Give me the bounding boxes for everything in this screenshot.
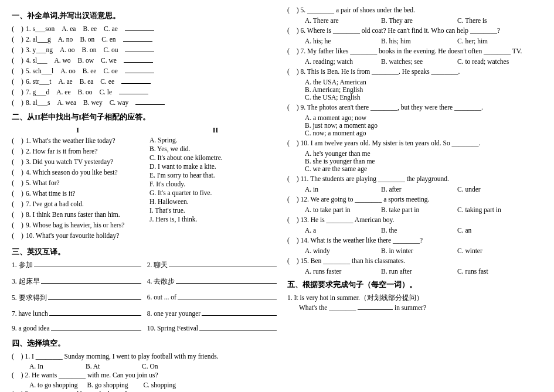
list-item: ( )5. What for? [12,179,144,188]
list-item: 4. 去散步 [147,277,277,286]
list-item: 6. out ... of [147,294,277,302]
list-item: ( ) 13. He is ________ American boy. [287,216,542,224]
list-item: ( ) 7. g___d A. ee B. oo C. le [12,88,281,97]
list-item: ( ) 2. He wants ________ with me. Can yo… [12,371,281,380]
list-item: I. That's true. [149,207,281,214]
list-item: ( ) 11. The students are playing _______… [287,175,542,183]
list-item: ( )3. Did you watch TV yesterday? [12,158,144,166]
options-row: A. windy B. in winter C. winter [305,247,542,254]
list-item: 8. one year younger [147,310,277,317]
options-row: A. to take part in B. take part in C. ta… [305,206,542,213]
list-item: 7. have lunch [12,310,141,317]
list-item: B. Yes, we did. [149,145,281,152]
list-item: ( ) 8. This is Ben. He is from ________.… [287,67,542,76]
list-item: ( )1. What's the weather like today? [12,137,144,145]
list-item: ( ) 5. ________ a pair of shoes under th… [287,6,542,15]
options-row: A. to go shopping B. go shopping C. shop… [29,381,281,388]
list-item: ( ) 15. Ben ________ than his classmates… [287,257,542,265]
list-item: ( ) 1. I ________ Sunday morning, I went… [12,352,281,361]
col-II-header: II [149,126,281,135]
list-item: ( ) 8. al___s A. wea B. wey C. way [12,98,281,107]
col-I-header: I [12,126,144,135]
options-row: A. runs faster B. run after C. runs fast [305,268,542,275]
section-three-title: 三、英汉互译。 [12,247,281,257]
list-item: 3. 起床早 [12,277,141,286]
list-item: ( )2. How far is it from here? [12,147,144,156]
list-item: ( )9. Whose bag is heavier, his or hers? [12,221,144,230]
list-item: ( ) 14. What is the weather like there _… [287,236,542,245]
options-row: A. In B. At C. On [29,363,281,370]
options-row: A. in B. after C. under [305,186,542,193]
list-item: ( )7. I've got a bad cold. [12,200,144,209]
list-item: 2. 聊天 [147,261,277,270]
list-item: ( )6. What time is it? [12,189,144,198]
options-row: A. a B. the C. an [305,227,542,234]
list-item: 1. 参加 [12,261,141,270]
list-item: ( ) 3. ________ go and have a look now? [12,390,281,392]
list-item: ( ) 7. My father likes ________ books in… [287,47,542,56]
section-four-title: 四、选择填空。 [12,338,281,349]
list-item: ( ) 4. sl___ A. wo B. ow C. we [12,56,281,65]
list-item: ( ) 12. We are going to ________ a sport… [287,195,542,204]
options-row: A. reading; watch B. watches; see C. to … [305,58,542,65]
options-group: A. a moment ago; now B. just now; a mome… [305,114,542,137]
section-two-title: 二、从II栏中找出与I栏句子相配的应答。 [12,112,281,122]
list-item: ( ) 9. The photos aren't there ________,… [287,103,542,112]
list-item: ( ) 5. sch___l A. oo B. ee C. oe [12,67,281,76]
list-item: G. It's a quarter to five. [149,189,281,196]
options-row: A. There are B. They are C. There is [305,17,542,24]
options-group: A. the USA; American B. American; Englis… [305,79,542,101]
list-item: 1. It is very hot in summer.（对划线部分提问） [287,294,542,302]
options-group: A. he's younger than me B. she is younge… [305,150,542,172]
list-item: E. I'm sorry to hear that. [149,172,281,179]
list-item: ( ) 10. I am twelve years old. My sister… [287,139,542,148]
list-item: H. Halloween. [149,198,281,205]
list-item: D. I want to make a kite. [149,163,281,170]
section-one-title: 一、补全单词,并写出汉语意思。 [12,11,281,21]
list-item: ( ) 2. al___g A. no B. on C. en [12,35,281,44]
options-row: A. his; he B. his; him C. her; him [305,38,542,45]
list-item: ( ) 3. y___ng A. oo B. on C. ou [12,46,281,54]
list-item: ( )10. What's your favourite holiday? [12,231,144,240]
list-item: A. Spring. [149,137,281,144]
list-item: F. It's cloudy. [149,180,281,188]
list-item: What's the ________ in summer? [299,304,542,311]
list-item: C. It's about one kilometre. [149,154,281,161]
list-item: ( )4. Which season do you like best? [12,168,144,177]
list-item: ( ) 6. str___t A. ae B. ea C. ee [12,77,281,86]
list-item: 9. a good idea [12,325,141,332]
list-item: 5. 要求得到 [12,294,141,302]
list-item: ( )8. I think Ben runs faster than him. [12,210,144,219]
section-five-title: 五、根据要求完成句子（每空一词）。 [287,279,542,290]
list-item: J. Hers is, I think. [149,216,281,223]
list-item: ( ) 1. s___son A. ea B. ee C. ae [12,25,281,33]
list-item: 10. Spring Festival [147,325,277,332]
list-item: ( ) 6. Where is ________ old coat? He ca… [287,26,542,35]
